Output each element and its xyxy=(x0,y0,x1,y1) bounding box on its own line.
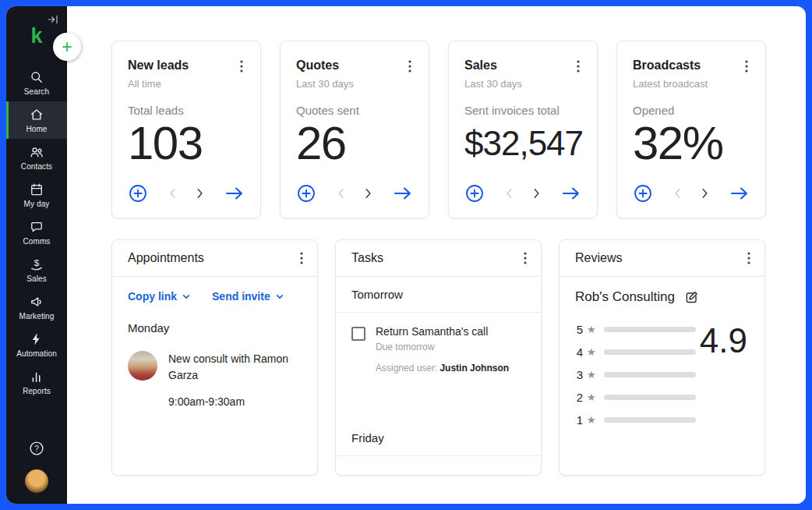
card-title: Sales xyxy=(464,58,497,73)
rating-breakdown: 5★ 4★ 3★ 2★ xyxy=(575,318,749,431)
metric-value: 103 xyxy=(128,119,245,168)
chevron-right-icon[interactable] xyxy=(365,188,372,199)
add-circle-icon[interactable] xyxy=(633,183,653,204)
copy-link-label: Copy link xyxy=(128,290,177,303)
keap-logo[interactable]: k xyxy=(30,26,42,47)
add-button[interactable]: + xyxy=(53,33,81,61)
svg-text:$: $ xyxy=(34,257,40,267)
metric-label: Sent invoices total xyxy=(464,104,581,117)
rating-bar xyxy=(604,372,696,377)
sidebar-item-home[interactable]: Home xyxy=(6,101,67,139)
edit-icon[interactable] xyxy=(684,290,699,305)
sidebar-item-label: Search xyxy=(24,87,49,96)
card-subtitle: Latest broadcast xyxy=(633,78,750,90)
rating-row: 1★ xyxy=(575,409,749,431)
star-count: 5 xyxy=(575,323,583,336)
chevron-down-icon xyxy=(276,294,284,299)
kebab-menu-icon[interactable] xyxy=(746,250,752,266)
sidebar-item-automation[interactable]: Automation xyxy=(6,326,67,363)
add-circle-icon[interactable] xyxy=(296,183,316,204)
chevron-right-icon[interactable] xyxy=(196,188,203,199)
star-count: 4 xyxy=(575,345,583,359)
assigned-user: Justin Johnson xyxy=(440,363,509,374)
chevron-left-icon[interactable] xyxy=(337,188,344,199)
rating-bar xyxy=(604,349,696,355)
metric-value: $32,547 xyxy=(464,119,581,168)
megaphone-icon xyxy=(29,294,44,310)
stat-cards-row: New leads All time Total leads 103 xyxy=(111,41,806,218)
add-circle-icon[interactable] xyxy=(128,183,148,204)
appointment-title: New consult with Ramon Garza xyxy=(168,351,291,384)
metric-value: 32% xyxy=(633,119,750,168)
task-checkbox[interactable] xyxy=(351,327,365,341)
stat-card-sales: Sales Last 30 days Sent invoices total $… xyxy=(448,41,598,218)
kebab-menu-icon[interactable] xyxy=(238,58,245,74)
sidebar-item-search[interactable]: Search xyxy=(6,64,67,101)
chevron-left-icon[interactable] xyxy=(674,188,681,199)
kebab-menu-icon[interactable] xyxy=(407,58,413,74)
lightning-icon xyxy=(29,331,44,347)
chevron-left-icon[interactable] xyxy=(506,188,513,199)
sidebar-item-reports[interactable]: Reports xyxy=(6,363,67,401)
contact-avatar xyxy=(128,351,157,381)
appointment-item[interactable]: New consult with Ramon Garza 9:00am-9:30… xyxy=(128,351,302,408)
card-title: Appointments xyxy=(128,251,204,265)
metric-label: Total leads xyxy=(128,104,245,117)
business-name: Rob's Consulting xyxy=(575,289,675,305)
stat-card-quotes: Quotes Last 30 days Quotes sent 26 xyxy=(280,41,429,218)
chevron-right-icon[interactable] xyxy=(701,188,708,199)
task-item: Return Samantha's call Due tomorrow Assi… xyxy=(336,313,541,384)
copy-link-button[interactable]: Copy link xyxy=(128,290,190,303)
chevron-down-icon xyxy=(182,294,190,299)
kebab-menu-icon[interactable] xyxy=(575,58,581,74)
arrow-right-icon[interactable] xyxy=(561,186,581,201)
card-subtitle: Last 30 days xyxy=(464,78,581,90)
arrow-right-icon[interactable] xyxy=(224,186,245,201)
arrow-right-icon[interactable] xyxy=(393,186,413,201)
contacts-icon xyxy=(29,144,44,160)
sidebar-item-comms[interactable]: Comms xyxy=(6,214,67,251)
star-icon: ★ xyxy=(587,414,596,426)
chevron-left-icon[interactable] xyxy=(169,188,176,199)
sidebar-nav: Search Home Contacts My d xyxy=(6,64,67,401)
send-invite-label: Send invite xyxy=(212,290,270,303)
appointment-time: 9:00am-9:30am xyxy=(168,395,291,408)
calendar-icon xyxy=(29,182,44,197)
bottom-cards-row: Appointments Copy link Send invite xyxy=(111,239,806,476)
send-invite-button[interactable]: Send invite xyxy=(212,290,284,303)
sidebar-item-contacts[interactable]: Contacts xyxy=(6,139,67,176)
kebab-menu-icon[interactable] xyxy=(522,250,528,266)
sidebar-item-sales[interactable]: $ Sales xyxy=(6,251,67,289)
sidebar-item-my-day[interactable]: My day xyxy=(6,176,67,214)
sidebar-item-label: Automation xyxy=(16,349,57,358)
chat-bubble-icon xyxy=(29,219,44,235)
kebab-menu-icon[interactable] xyxy=(743,58,750,74)
star-icon: ★ xyxy=(587,324,596,335)
assigned-label: Assigned user: xyxy=(376,363,437,374)
app-window: k Search Home Contacts xyxy=(6,6,806,504)
sidebar-item-label: Contacts xyxy=(21,162,52,171)
sidebar-item-label: Sales xyxy=(26,274,47,283)
bar-chart-icon xyxy=(29,369,44,384)
appointments-day-header: Monday xyxy=(128,321,302,335)
arrow-right-icon[interactable] xyxy=(729,186,750,201)
sidebar: k Search Home Contacts xyxy=(6,6,67,504)
expand-sidebar-icon[interactable] xyxy=(47,13,59,26)
task-assigned: Assigned user:Justin Johnson xyxy=(376,363,509,374)
user-avatar[interactable] xyxy=(25,469,48,493)
card-subtitle: Last 30 days xyxy=(296,78,413,90)
sidebar-item-label: My day xyxy=(24,200,50,208)
sidebar-item-marketing[interactable]: Marketing xyxy=(6,289,67,326)
tasks-section-tomorrow: Tomorrow xyxy=(336,277,541,313)
rating-row: 2★ xyxy=(575,386,749,409)
sidebar-bottom: ? xyxy=(25,440,48,504)
metric-value: 26 xyxy=(296,119,413,168)
search-icon xyxy=(29,69,44,85)
kebab-menu-icon[interactable] xyxy=(298,250,305,266)
rating-bar xyxy=(604,327,696,332)
star-count: 3 xyxy=(575,368,583,381)
help-icon[interactable]: ? xyxy=(28,440,45,457)
chevron-right-icon[interactable] xyxy=(533,188,540,199)
add-circle-icon[interactable] xyxy=(464,183,485,204)
sidebar-item-label: Reports xyxy=(23,387,51,395)
